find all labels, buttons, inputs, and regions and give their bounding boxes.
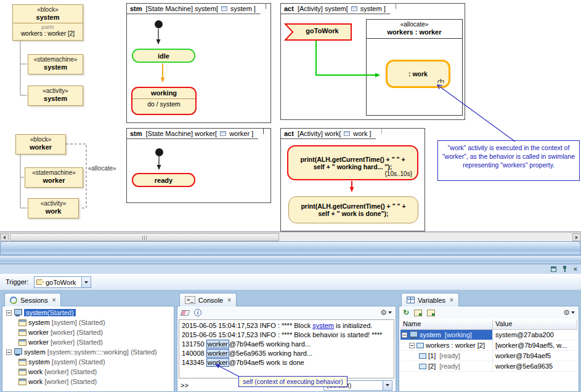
variable-value: worker@5e6a9635 [493, 361, 577, 372]
sessions-tree[interactable]: system (Started) system [system] (Starte… [4, 308, 173, 390]
session-name: system [26, 309, 47, 316]
variables-options[interactable]: ⚙ [563, 309, 575, 316]
console-log[interactable]: 2015-06-05 15:04:17,523 INFO : **** Bloc… [179, 319, 394, 378]
close-icon[interactable]: × [574, 266, 577, 273]
session-name: system [28, 319, 50, 326]
frame-stm-worker[interactable]: stm[State Machine] worker[worker] ready [126, 128, 271, 203]
frame-act-system[interactable]: act[Activity] system[system] goToWork «a… [280, 3, 465, 120]
state-do-activity: do / system [132, 99, 195, 109]
dropdown-button[interactable] [81, 277, 91, 287]
variables-icon [407, 297, 415, 303]
export-icon[interactable] [414, 310, 422, 316]
log-line: 131750 worker@7b94aef5 working hard... [182, 340, 391, 349]
variables-table[interactable]: Name Value system[working] system@27aba2… [400, 319, 577, 390]
block-worker[interactable]: «block» worker [15, 134, 66, 154]
console-icon: »_ [185, 296, 195, 304]
table-row[interactable]: system[working] system@27aba200 [400, 330, 577, 340]
collapse-toggle-icon[interactable] [6, 350, 12, 355]
variable-state: [ready] [439, 362, 460, 370]
gear-icon[interactable]: ⚙ [563, 309, 570, 316]
duration-constraint: {10s..10s} [385, 170, 412, 177]
frame-title[interactable]: act[Activity] work[work] [280, 128, 382, 139]
block-system[interactable]: «block» system parts workers : worker [2… [12, 4, 83, 41]
stereotype: «allocate» [367, 21, 462, 28]
dropdown-button[interactable] [383, 381, 392, 390]
tab-variables[interactable]: Variables × [401, 293, 459, 306]
call-behavior-work[interactable]: : work [386, 60, 450, 88]
frame-stm-system[interactable]: stm[State Machine] system[system] idle w… [126, 3, 271, 123]
initial-pseudostate[interactable] [155, 20, 163, 28]
action-print-working[interactable]: print(ALH.getCurrentTime() + " " + self … [287, 145, 418, 180]
column-value[interactable]: Value [493, 319, 577, 330]
variable-state: [working] [445, 331, 472, 338]
session-item[interactable]: system [system::system::::working] (Star… [4, 347, 173, 357]
console-object-link[interactable]: system [312, 322, 334, 329]
session-item[interactable]: work [worker] (Started) [4, 377, 173, 386]
scroll-right-arrow[interactable] [572, 233, 581, 241]
collapse-toggle-icon[interactable] [6, 310, 12, 316]
log-line: 140008 worker@5e6a9635 working hard... [182, 349, 391, 358]
state-idle[interactable]: idle [132, 49, 195, 63]
frame-title[interactable]: act[Activity] system[system] [280, 3, 396, 14]
scrollbar-thumb[interactable] [10, 233, 279, 241]
session-item[interactable]: worker [worker] (Started) [4, 327, 173, 337]
session-status: [worker] (Started) [51, 329, 103, 336]
session-item[interactable]: worker [worker] (Started) [4, 337, 173, 347]
column-name[interactable]: Name [400, 319, 493, 330]
variables-toolbar: ↻ ⚙ [399, 306, 579, 319]
action-print-done[interactable]: print(ALH.getCurrentTime() + " " + self … [288, 196, 418, 223]
frame-act-work[interactable]: act[Activity] work[work] print(ALH.getCu… [280, 128, 425, 231]
table-row[interactable]: workers : worker [2] [worker@7b94aef5, w… [400, 340, 577, 351]
import-icon[interactable] [427, 310, 435, 316]
frame-title[interactable]: stm[State Machine] system[system] [126, 3, 266, 14]
table-header: Name Value [400, 319, 577, 330]
canvas-horizontal-scrollbar[interactable] [0, 232, 581, 241]
signal-icon [36, 279, 44, 285]
collapse-toggle-icon[interactable] [409, 343, 415, 348]
table-row[interactable]: [2][ready] worker@5e6a9635 [400, 361, 577, 372]
clear-console-icon[interactable] [181, 310, 190, 316]
session-item[interactable]: work [worker] (Started) [4, 367, 173, 377]
session-item[interactable]: system (Started) [4, 308, 173, 318]
initial-pseudostate[interactable] [155, 148, 163, 156]
highlighted-object[interactable]: worker [206, 340, 229, 348]
simulation-panel-toolbar-band [0, 255, 581, 264]
frame-close-bracket: ] [254, 5, 256, 12]
info-icon[interactable] [194, 309, 201, 316]
session-item[interactable]: system [system] (Started) [4, 318, 173, 327]
session-item[interactable]: system [system] (Started) [4, 357, 173, 367]
refresh-icon[interactable]: ↻ [403, 309, 409, 316]
state-working[interactable]: working do / system [131, 87, 197, 115]
frame-title[interactable]: stm[State Machine] worker[worker] [126, 128, 264, 139]
diagram-canvas[interactable]: «block» system parts workers : worker [2… [0, 0, 581, 232]
activity-work[interactable]: «activity» work [28, 198, 79, 218]
session-name: system [28, 358, 50, 366]
prompt-label: >> [181, 382, 189, 389]
frame-close-bracket: ] [251, 130, 253, 137]
pin-icon[interactable] [562, 265, 568, 273]
table-row[interactable]: [1][ready] worker@7b94aef5 [400, 351, 577, 361]
close-tab-icon[interactable]: × [52, 297, 56, 303]
gear-icon[interactable]: ⚙ [380, 309, 387, 316]
trigger-dropdown[interactable]: goToWork [34, 276, 91, 288]
activity-system[interactable]: «activity» system [28, 86, 83, 106]
highlighted-object[interactable]: worker [206, 358, 229, 367]
collapse-toggle-icon[interactable] [402, 332, 407, 338]
tab-sessions[interactable]: Sessions × [4, 293, 61, 306]
behavior-icon [18, 339, 26, 346]
name: system [28, 95, 83, 103]
statemachine-worker[interactable]: «statemachine» worker [25, 167, 83, 188]
float-window-icon[interactable] [551, 266, 556, 272]
scroll-left-arrow[interactable] [0, 233, 9, 241]
tab-console[interactable]: »_ Console × [179, 293, 237, 306]
variable-name: [1] [428, 352, 436, 359]
comment-note[interactable]: "work" activity is executed in the conte… [437, 140, 580, 181]
highlighted-object[interactable]: worker [206, 349, 229, 358]
statemachine-system[interactable]: «statemachine» system [28, 54, 83, 74]
behavior-icon [18, 319, 26, 326]
close-tab-icon[interactable]: × [227, 297, 231, 303]
state-ready[interactable]: ready [132, 173, 195, 187]
session-monitor-icon [14, 348, 22, 356]
close-tab-icon[interactable]: × [450, 297, 453, 303]
console-options[interactable]: ⚙ [380, 309, 392, 316]
